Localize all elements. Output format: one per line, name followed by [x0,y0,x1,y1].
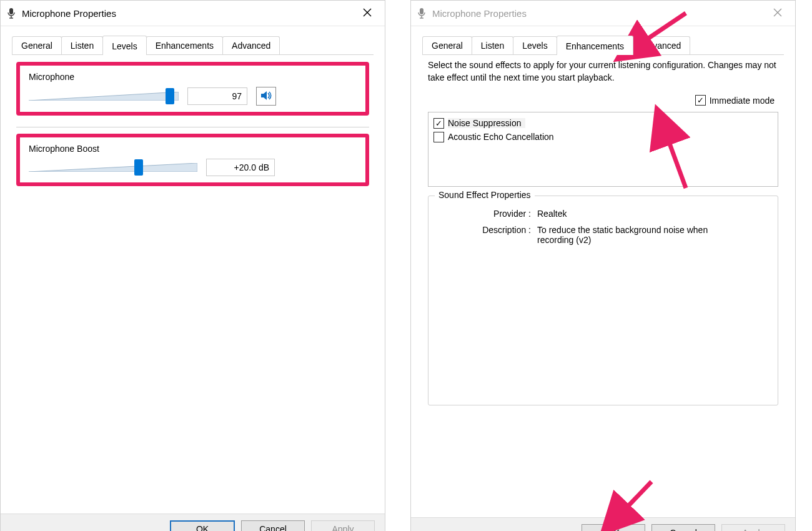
noise-suppression-label: Noise Suppression [448,118,525,128]
divider [16,127,369,127]
microphone-boost-section: Microphone Boost +20.0 dB [16,134,369,186]
microphone-boost-slider-thumb[interactable] [134,159,143,176]
window-title: Microphone Properties [22,8,356,19]
microphone-icon [417,7,426,19]
microphone-icon [7,7,16,19]
button-bar: OK Cancel Apply [411,517,795,531]
tab-strip: General Listen Levels Enhancements Advan… [1,26,385,54]
svg-rect-8 [420,8,423,14]
microphone-slider-thumb[interactable] [166,88,174,104]
svg-marker-5 [29,92,179,101]
tab-strip: General Listen Levels Enhancements Advan… [411,26,795,54]
apply-button[interactable]: Apply [311,520,375,531]
tab-advanced[interactable]: Advanced [633,36,690,54]
close-button[interactable] [356,4,379,22]
window-title: Microphone Properties [432,8,766,19]
microphone-boost-label: Microphone Boost [29,144,357,154]
svg-rect-0 [9,8,13,14]
tab-levels[interactable]: Levels [513,36,557,54]
close-icon [773,8,782,19]
ok-button[interactable]: OK [582,524,645,531]
option-noise-suppression[interactable]: Noise Suppression [433,116,773,130]
description-value: To reduce the static background noise wh… [537,225,743,245]
tab-listen[interactable]: Listen [61,36,103,54]
tab-listen[interactable]: Listen [472,36,513,54]
sound-effect-properties-group: Sound Effect Properties Provider : Realt… [428,196,778,405]
noise-suppression-checkbox[interactable] [433,118,444,129]
microphone-properties-window-enhancements: Microphone Properties General Listen Lev… [410,0,796,531]
microphone-boost-slider[interactable] [29,159,197,176]
cancel-button[interactable]: Cancel [241,520,305,531]
slider-track-icon [29,163,197,172]
provider-value: Realtek [537,209,743,219]
microphone-value[interactable]: 97 [187,87,247,105]
microphone-boost-value[interactable]: +20.0 dB [206,159,275,176]
titlebar[interactable]: Microphone Properties [1,1,385,26]
echo-cancellation-checkbox[interactable] [433,132,444,142]
tab-enhancements[interactable]: Enhancements [557,36,633,55]
immediate-mode-label: Immediate mode [710,96,775,106]
levels-tab-body: Microphone 97 [12,55,374,505]
group-title: Sound Effect Properties [435,190,535,200]
description-key: Description : [462,225,537,245]
tab-advanced[interactable]: Advanced [222,36,280,54]
slider-track-icon [29,92,179,101]
button-bar: OK Cancel Apply [1,514,385,531]
ok-button[interactable]: OK [170,520,235,531]
enhancements-list[interactable]: Noise Suppression Acoustic Echo Cancella… [428,112,778,187]
svg-marker-6 [261,91,267,100]
mute-button[interactable] [256,87,276,106]
provider-key: Provider : [462,209,537,219]
echo-cancellation-label: Acoustic Echo Cancellation [448,132,558,142]
enhancements-tab-body: Select the sound effects to apply for yo… [422,55,784,509]
tab-levels[interactable]: Levels [102,36,146,55]
microphone-properties-window-levels: Microphone Properties General Listen Lev… [0,0,385,531]
titlebar[interactable]: Microphone Properties [411,1,795,26]
cancel-button[interactable]: Cancel [651,524,715,531]
apply-button[interactable]: Apply [721,524,785,531]
close-icon [363,8,372,19]
option-echo-cancellation[interactable]: Acoustic Echo Cancellation [433,130,773,144]
speaker-icon [260,89,272,104]
immediate-mode-checkbox[interactable] [695,95,706,106]
microphone-slider[interactable] [29,88,179,104]
close-button[interactable] [766,4,789,22]
microphone-label: Microphone [29,72,357,82]
tab-general[interactable]: General [422,36,472,54]
enhancements-description: Select the sound effects to apply for yo… [428,59,778,84]
svg-marker-7 [29,163,197,172]
tab-enhancements[interactable]: Enhancements [146,36,223,54]
tab-general[interactable]: General [12,36,62,54]
microphone-level-section: Microphone 97 [16,62,369,116]
